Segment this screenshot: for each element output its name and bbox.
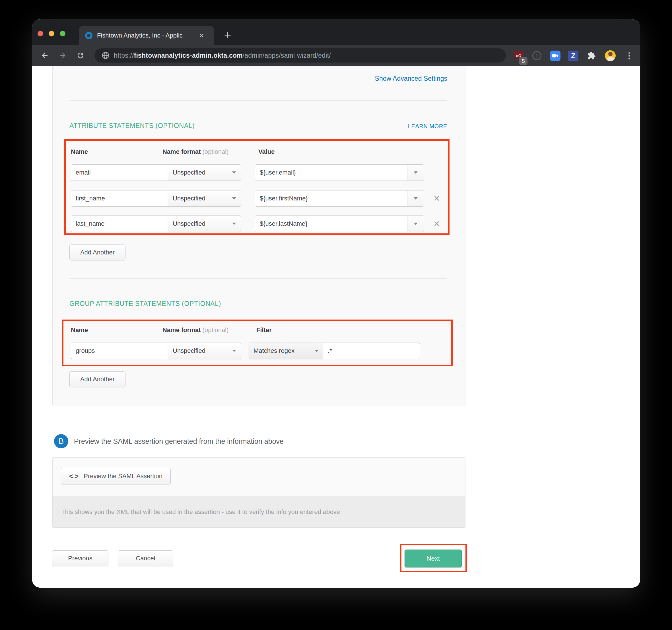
page-content: Show Advanced Settings ATTRIBUTE STATEME…	[32, 66, 640, 588]
attr-value-input[interactable]	[255, 191, 407, 206]
chevron-down-icon	[414, 223, 418, 225]
preview-section-title: Preview the SAML assertion generated fro…	[74, 437, 284, 446]
group-attribute-statements-title: GROUP ATTRIBUTE STATEMENTS (OPTIONAL)	[69, 300, 221, 308]
attr-name-input[interactable]	[71, 216, 168, 232]
profile-avatar[interactable]	[605, 50, 616, 61]
divider	[70, 100, 447, 101]
attr-value-input[interactable]	[255, 165, 407, 180]
onepassword-extension-icon[interactable]: 1	[531, 50, 543, 61]
browser-tab[interactable]: Fishtown Analytics, Inc - Applic ×	[79, 26, 214, 45]
preview-saml-assertion-button[interactable]: <> Preview the SAML Assertion	[61, 468, 171, 484]
browser-window: Fishtown Analytics, Inc - Applic × +	[32, 19, 640, 588]
url-bar[interactable]: https://fishtownanalytics-admin.okta.com…	[94, 48, 506, 62]
chevron-down-icon	[232, 197, 236, 200]
chevron-down-icon	[232, 350, 236, 352]
browser-toolbar: https://fishtownanalytics-admin.okta.com…	[32, 45, 640, 66]
attr-value-input[interactable]	[255, 216, 407, 232]
attr-name-input[interactable]	[71, 190, 168, 207]
step-b-badge: B	[54, 434, 68, 448]
extensions-puzzle-icon[interactable]	[586, 50, 597, 61]
zoom-extension-icon[interactable]	[549, 50, 561, 61]
column-header-name-format: Name format (optional)	[163, 148, 229, 155]
chevron-down-icon	[315, 350, 319, 352]
show-advanced-settings-link[interactable]: Show Advanced Settings	[375, 75, 447, 82]
window-controls	[38, 31, 66, 36]
back-button[interactable]	[40, 51, 49, 60]
preview-note-text: This shows you the XML that will be used…	[61, 508, 340, 516]
screenshot-background: Fishtown Analytics, Inc - Applic × +	[0, 0, 672, 630]
add-another-group-attribute-button[interactable]: Add Another	[69, 371, 125, 387]
learn-more-link[interactable]: LEARN MORE	[408, 123, 447, 130]
tab-title: Fishtown Analytics, Inc - Applic	[97, 32, 183, 39]
z-extension-icon[interactable]: Z	[568, 50, 579, 61]
cancel-button[interactable]: Cancel	[118, 550, 173, 566]
group-filter-type-select[interactable]: Matches regex	[249, 343, 323, 359]
url-text: https://fishtownanalytics-admin.okta.com…	[114, 52, 331, 59]
attribute-statements-title: ATTRIBUTE STATEMENTS (OPTIONAL)	[69, 122, 195, 130]
attr-value-combo[interactable]	[255, 216, 424, 232]
code-brackets-icon: <>	[69, 472, 80, 480]
attr-value-combo[interactable]	[255, 190, 424, 207]
delete-row-icon[interactable]: ×	[430, 216, 443, 232]
value-dropdown-button[interactable]	[407, 191, 424, 206]
preview-note-strip: This shows you the XML that will be used…	[53, 496, 465, 527]
value-dropdown-button[interactable]	[407, 216, 424, 232]
column-header-name: Name	[71, 326, 88, 334]
column-header-value: Value	[258, 148, 274, 155]
chevron-down-icon	[232, 171, 236, 174]
value-dropdown-button[interactable]	[407, 165, 424, 180]
forward-button[interactable]	[58, 51, 67, 60]
tab-strip: Fishtown Analytics, Inc - Applic × +	[32, 19, 640, 45]
ublock-badge: 5	[519, 57, 527, 65]
group-format-select[interactable]: Unspecified	[168, 343, 241, 359]
group-name-input[interactable]	[71, 343, 168, 359]
chevron-down-icon	[232, 223, 236, 225]
reload-button[interactable]	[76, 51, 85, 60]
previous-button[interactable]: Previous	[52, 550, 109, 566]
ublock-extension-icon[interactable]: uO 5	[513, 50, 524, 61]
attr-format-select[interactable]: Unspecified	[168, 216, 241, 232]
site-info-globe-icon[interactable]	[101, 51, 110, 60]
delete-row-icon[interactable]: ×	[430, 190, 443, 207]
maximize-window-button[interactable]	[60, 31, 66, 36]
column-header-filter: Filter	[256, 326, 272, 334]
browser-menu-icon[interactable]	[623, 50, 635, 61]
chevron-down-icon	[414, 171, 418, 174]
column-header-name-format: Name format (optional)	[163, 326, 229, 334]
column-header-name: Name	[71, 148, 88, 155]
divider	[70, 278, 447, 279]
close-window-button[interactable]	[38, 31, 43, 36]
attr-format-select[interactable]: Unspecified	[168, 190, 241, 207]
attr-value-combo[interactable]	[255, 164, 424, 181]
chevron-down-icon	[414, 197, 418, 200]
next-button[interactable]: Next	[405, 550, 462, 568]
attr-name-input[interactable]	[71, 164, 168, 181]
okta-favicon-icon	[85, 32, 93, 39]
tab-close-icon[interactable]: ×	[199, 31, 204, 40]
add-another-attribute-button[interactable]: Add Another	[69, 245, 125, 260]
group-filter-value-input[interactable]	[323, 343, 420, 359]
new-tab-button[interactable]: +	[221, 27, 234, 43]
minimize-window-button[interactable]	[49, 31, 54, 36]
attr-format-select[interactable]: Unspecified	[168, 164, 241, 181]
